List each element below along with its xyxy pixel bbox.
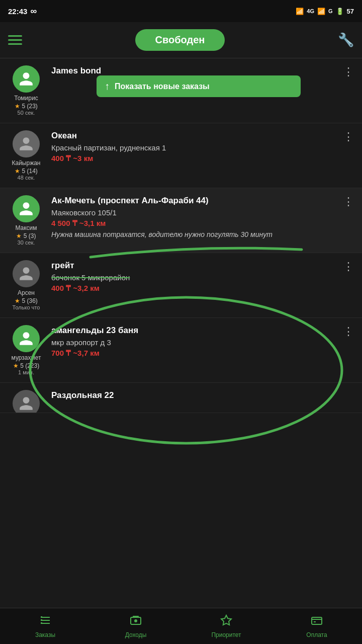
orders-label: Заказы (35, 631, 55, 638)
driver-time: 48 сек. (18, 175, 35, 181)
order-address: бочонок 5 микрорайон (51, 273, 336, 282)
person-icon (18, 71, 34, 87)
svg-rect-10 (312, 617, 322, 624)
signal-icon: 📶 (296, 8, 304, 15)
person-icon (18, 331, 34, 347)
order-item[interactable]: Томирис ★ 5 (23) 50 сек. James bond ↑ По… (0, 58, 362, 123)
order-item[interactable]: Кайыржан ★ 5 (14) 48 сек. Океан Красный … (0, 123, 362, 188)
order-title: Раздольная 22 (51, 390, 351, 401)
order-menu-button[interactable]: ⋮ (341, 325, 356, 338)
order-price: 400 ₸ ~3 км (51, 154, 336, 163)
nav-payment[interactable]: Оплата (272, 614, 362, 638)
person-icon (18, 136, 34, 152)
driver-time: 1 мин. (18, 369, 34, 375)
order-price: 700 ₸ ~3,7 км (51, 349, 336, 358)
driver-rating: ★ 5 (36) (15, 297, 38, 304)
driver-rating: ★ 5 (223) (13, 362, 39, 369)
driver-info: мурзахмет ★ 5 (223) 1 мин. (6, 325, 46, 375)
order-item[interactable]: Раздольная 22 (0, 383, 362, 413)
driver-rating: ★ 5 (3) (16, 232, 36, 239)
orders-icon (39, 614, 51, 629)
battery-level: 57 (347, 8, 354, 15)
driver-time: 50 сек. (18, 110, 35, 116)
order-title: грейт (51, 260, 336, 271)
driver-rating: ★ 5 (14) (15, 168, 38, 175)
svg-point-7 (134, 619, 137, 622)
battery-icon: 🔋 (336, 8, 344, 15)
order-list: Томирис ★ 5 (23) 50 сек. James bond ↑ По… (0, 58, 362, 413)
nav-income[interactable]: Доходы (90, 614, 181, 638)
avatar (13, 260, 40, 287)
svg-rect-3 (41, 616, 42, 618)
order-content: James bond ↑ Показать новые заказы (46, 65, 341, 100)
person-icon (18, 201, 34, 217)
order-menu-button[interactable]: ⋮ (341, 260, 356, 273)
order-item[interactable]: Арсен ★ 5 (36) Только что грейт бочонок … (0, 253, 362, 318)
driver-rating: ★ 5 (23) (15, 103, 38, 110)
order-list-container: Томирис ★ 5 (23) 50 сек. James bond ↑ По… (0, 58, 362, 413)
status-time: 22:43 (8, 7, 27, 16)
order-item[interactable]: мурзахмет ★ 5 (223) 1 мин. амангельды 23… (0, 318, 362, 383)
status-button[interactable]: Свободен (135, 29, 225, 51)
order-content: Ак-Мечеть (проспект Аль-Фараби 44) Маяко… (46, 195, 341, 240)
order-content: амангельды 23 баня мкр аэропорт д 3 700 … (46, 325, 341, 360)
signal-g-icon: G (328, 8, 333, 14)
driver-time: 30 сек. (18, 239, 35, 246)
status-bar: 22:43 ∞ 📶 4G 📶 G 🔋 57 (0, 0, 362, 22)
infinity-icon: ∞ (30, 6, 37, 17)
svg-rect-4 (41, 619, 42, 621)
order-title: Океан (51, 130, 336, 141)
nav-orders[interactable]: Заказы (0, 614, 90, 638)
order-title: амангельды 23 баня (51, 325, 336, 336)
signal2-icon: 📶 (317, 8, 325, 15)
driver-name: Кайыржан (12, 159, 41, 167)
priority-icon (220, 614, 232, 629)
driver-time: Только что (13, 304, 40, 310)
payment-icon (311, 614, 323, 629)
driver-info: Кайыржан ★ 5 (14) 48 сек. (6, 130, 46, 181)
arrow-up-icon: ↑ (105, 80, 110, 92)
avatar (13, 130, 40, 157)
avatar (13, 195, 40, 222)
menu-button[interactable] (8, 35, 22, 45)
order-item-ak-mechet[interactable]: Максим ★ 5 (3) 30 сек. Ак-Мечеть (проспе… (0, 188, 362, 253)
order-content: Раздольная 22 (46, 390, 356, 403)
signal-lte-icon: 4G (307, 8, 314, 14)
order-title: Ак-Мечеть (проспект Аль-Фараби 44) (51, 195, 336, 206)
order-menu-button[interactable]: ⋮ (341, 65, 356, 78)
bottom-navigation: Заказы Доходы Приоритет Оплата (0, 608, 362, 644)
driver-info: Максим ★ 5 (3) 30 сек. (6, 195, 46, 246)
priority-label: Приоритет (211, 631, 241, 638)
driver-name: мурзахмет (12, 354, 41, 361)
income-icon (130, 614, 142, 629)
svg-rect-5 (41, 622, 42, 624)
avatar (13, 325, 40, 352)
person-icon (18, 266, 34, 282)
order-content: Океан Красный партизан, рудненская 1 400… (46, 130, 341, 165)
income-label: Доходы (125, 631, 147, 638)
order-address: мкр аэропорт д 3 (51, 338, 336, 347)
new-orders-banner[interactable]: ↑ Показать новые заказы (97, 75, 301, 97)
order-content: грейт бочонок 5 микрорайон 400 ₸ ~3,2 км (46, 260, 341, 295)
order-price: 4 500 ₸ ~3,1 км (51, 219, 336, 228)
order-address: Маяковского 105/1 (51, 208, 336, 217)
driver-name: Арсен (18, 289, 35, 296)
svg-rect-8 (133, 616, 139, 617)
person-icon (18, 395, 34, 412)
svg-marker-9 (221, 615, 231, 625)
order-note: Нужна машина потрахатся, водителю нужно … (51, 230, 336, 240)
nav-priority[interactable]: Приоритет (181, 614, 272, 638)
order-title: James bond (51, 65, 336, 76)
order-menu-button[interactable]: ⋮ (341, 195, 356, 208)
driver-name: Максим (15, 224, 37, 231)
payment-label: Оплата (306, 631, 327, 638)
avatar (13, 65, 40, 93)
order-price: 400 ₸ ~3,2 км (51, 284, 336, 293)
header: Свободен 🔧 (0, 22, 362, 58)
driver-info (6, 390, 46, 413)
driver-info: Томирис ★ 5 (23) 50 сек. (6, 65, 46, 116)
driver-name: Томирис (14, 95, 38, 102)
settings-icon[interactable]: 🔧 (338, 32, 354, 48)
new-orders-label: Показать новые заказы (115, 82, 210, 91)
order-menu-button[interactable]: ⋮ (341, 130, 356, 143)
